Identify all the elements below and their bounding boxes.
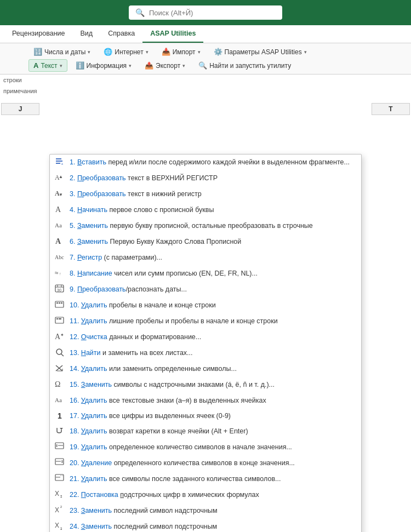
menu-item-13[interactable]: 13. Найти и заменить на всех листах...: [50, 345, 361, 361]
menu-text-16: 16. Удалить все текстовые знаки (а–я) в …: [70, 396, 356, 405]
menu-item-10[interactable]: 10. Удалить пробелы в начале и конце стр…: [50, 298, 361, 313]
menu-text-7: 7. Регистр (с параметрами)...: [70, 253, 356, 262]
left-rows-label: строки: [1, 76, 24, 84]
menu-item-24[interactable]: X₂ 24. Заменить последний символ подстро…: [50, 518, 361, 532]
ribbon-info[interactable]: ℹ️ Информация ▾: [71, 59, 136, 72]
internet-label: Интернет: [115, 48, 143, 56]
search-input[interactable]: [149, 9, 276, 17]
menu-text-20: 20. Удаление определенного количества си…: [70, 459, 356, 467]
ribbon-numbers-dates[interactable]: 🔢 Числа и даты ▾: [28, 45, 95, 58]
menu-icon-14: [54, 364, 65, 374]
menu-item-21[interactable]: 21. Удалить все символы после заданного …: [50, 471, 361, 487]
svg-text:Aa: Aa: [55, 397, 62, 403]
menu-text-5: 5. Заменить первую букву прописной, оста…: [70, 221, 356, 230]
menu-item-23[interactable]: X² 23. Заменить последний символ надстро…: [50, 502, 361, 518]
tab-help[interactable]: Справка: [100, 25, 142, 43]
info-caret: ▾: [129, 63, 132, 68]
asap-params-caret: ▾: [304, 49, 307, 55]
svg-rect-19: [55, 301, 64, 307]
excel-area: строки примечания J T + 1. Вставить пере…: [0, 75, 411, 532]
text-dropdown-menu: + 1. Вставить перед и/или после содержим…: [49, 154, 362, 532]
svg-text:✦: ✦: [60, 333, 64, 337]
menu-icon-5: Aa: [54, 221, 65, 231]
menu-item-19[interactable]: 19. Удалить определенное количество симв…: [50, 439, 361, 455]
menu-icon-11: [54, 316, 65, 327]
col-t-header: T: [372, 103, 410, 115]
tab-asap[interactable]: ASAP Utilities: [142, 25, 203, 43]
ribbon-text-btn[interactable]: A Текст ▾: [28, 59, 67, 72]
menu-item-7[interactable]: Abc 7. Регистр (с параметрами)...: [50, 250, 361, 266]
menu-icon-3: A▼: [54, 189, 65, 199]
ribbon-internet[interactable]: 🌐 Интернет ▾: [99, 45, 153, 58]
svg-text:Abc: Abc: [55, 254, 64, 260]
menu-text-17: 17. Удалить все цифры из выделенных ячее…: [70, 411, 356, 420]
export-icon: 📤: [145, 61, 153, 70]
ribbon-export[interactable]: 📤 Экспорт ▾: [140, 59, 190, 72]
info-label: Информация: [87, 62, 127, 70]
menu-text-11: 11. Удалить лишние пробелы и пробелы в н…: [70, 317, 356, 325]
svg-text:₂: ₂: [60, 525, 62, 530]
menu-item-5[interactable]: Aa 5. Заменить первую букву прописной, о…: [50, 218, 361, 234]
svg-rect-22: [61, 302, 62, 304]
menu-text-1: 1. Вставить перед и/или после содержимог…: [70, 158, 356, 167]
asap-params-icon: ⚙️: [214, 48, 222, 56]
tab-view[interactable]: Вид: [73, 25, 101, 43]
menu-item-11[interactable]: 11. Удалить лишние пробелы и пробелы в н…: [50, 313, 361, 329]
menu-text-9: 9. Преобразовать/распознать даты...: [70, 285, 356, 294]
menu-item-16[interactable]: Aa 16. Удалить все текстовые знаки (а–я)…: [50, 393, 361, 409]
svg-line-29: [61, 354, 64, 356]
ribbon-asap-params[interactable]: ⚙️ Параметры ASAP Utilities ▾: [209, 45, 312, 58]
menu-icon-13: [54, 348, 65, 358]
menu-text-14: 14. Удалить или заменить определенные си…: [70, 364, 356, 373]
ribbon-import[interactable]: 📥 Импорт ▾: [157, 45, 206, 58]
find-run-label: Найти и запустить утилиту: [209, 62, 291, 70]
svg-text:▼: ▼: [59, 192, 63, 197]
numbers-dates-label: Числа и даты: [44, 48, 85, 56]
menu-item-15[interactable]: Ω 15. Заменить символы с надстрочными зн…: [50, 377, 361, 393]
import-caret: ▾: [198, 49, 201, 55]
menu-text-24: 24. Заменить последний символ подстрочны…: [70, 522, 356, 531]
svg-rect-24: [56, 318, 58, 319]
menu-item-4[interactable]: A 4. Начинать первое слово с прописной б…: [50, 202, 361, 218]
menu-item-18[interactable]: 18. Удалить возврат каретки в конце ячей…: [50, 423, 361, 439]
export-caret: ▾: [182, 63, 185, 68]
menu-text-13: 13. Найти и заменить на всех листах...: [70, 348, 356, 357]
text-caret: ▾: [60, 63, 62, 68]
menu-item-14[interactable]: 14. Удалить или заменить определенные си…: [50, 361, 361, 377]
menu-icon-8: ≈↑: [54, 268, 65, 279]
menu-icon-7: Abc: [54, 253, 65, 263]
menu-item-2[interactable]: A▲ 2. Преобразовать текст в ВЕРХНИЙ РЕГИ…: [50, 170, 361, 186]
svg-text:²: ²: [60, 505, 62, 510]
ribbon-find-run[interactable]: 🔍 Найти и запустить утилиту: [193, 59, 296, 72]
numbers-dates-icon: 🔢: [33, 48, 42, 56]
menu-item-17[interactable]: 1 17. Удалить все цифры из выделенных яч…: [50, 409, 361, 423]
menu-text-23: 23. Заменить последний символ надстрочны…: [70, 506, 356, 515]
menu-icon-9: 30: [54, 284, 65, 295]
menu-text-22: 22. Постановка подстрочных цифр в химиче…: [70, 490, 356, 499]
menu-item-1[interactable]: + 1. Вставить перед и/или после содержим…: [50, 155, 361, 170]
menu-icon-21: [54, 473, 65, 484]
menu-text-12: 12. Очистка данных и форматирование...: [70, 333, 356, 341]
menu-item-12[interactable]: A✦ 12. Очистка данных и форматирование..…: [50, 329, 361, 345]
svg-text:X: X: [55, 490, 59, 497]
menu-icon-23: X²: [54, 505, 65, 516]
search-icon: 🔍: [135, 8, 145, 17]
menu-icon-6: A: [54, 237, 65, 247]
ribbon-row-2: A Текст ▾ ℹ️ Информация ▾ 📤 Экспорт ▾ 🔍 …: [4, 59, 407, 72]
menu-text-3: 3. Преобразовать текст в нижний регистр: [70, 190, 356, 198]
svg-text:30: 30: [57, 288, 61, 292]
menu-text-4: 4. Начинать первое слово с прописной бук…: [70, 205, 356, 214]
menu-icon-22: X₂: [54, 489, 65, 500]
menu-item-8[interactable]: ≈↑ 8. Написание чисел или сумм прописью …: [50, 266, 361, 282]
menu-item-20[interactable]: 20. Удаление определенного количества си…: [50, 455, 361, 471]
menu-item-6[interactable]: A 6. Заменить Первую Букву Каждого Слова…: [50, 234, 361, 250]
search-wrapper[interactable]: 🔍: [129, 5, 282, 20]
menu-item-22[interactable]: X₂ 22. Постановка подстрочных цифр в хим…: [50, 487, 361, 502]
menu-item-9[interactable]: 30 9. Преобразовать/распознать даты...: [50, 282, 361, 298]
left-notes-label: примечания: [1, 87, 39, 95]
search-bar: 🔍: [0, 0, 411, 25]
svg-text:↑: ↑: [59, 272, 61, 276]
menu-item-3[interactable]: A▼ 3. Преобразовать текст в нижний регис…: [50, 186, 361, 202]
tab-review[interactable]: Рецензирование: [4, 25, 73, 43]
internet-icon: 🌐: [104, 48, 112, 56]
